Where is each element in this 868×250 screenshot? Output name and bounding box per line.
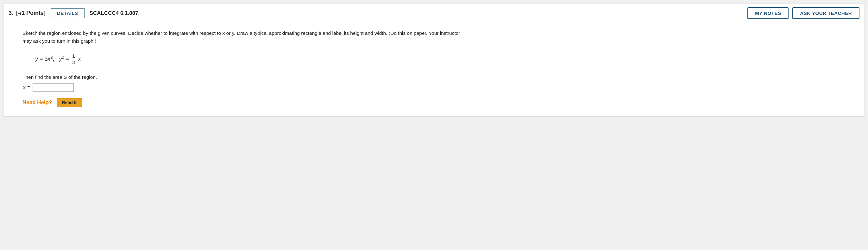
math-equation: y = 3x2, y2 = 1 3 x	[35, 53, 855, 65]
find-area-label: Then find the area S of the region.	[23, 74, 97, 80]
s-equals-row: S =	[23, 83, 855, 92]
equation-y: y	[35, 55, 38, 62]
question-code: SCALCCC4 6.1.007.	[90, 10, 140, 17]
equation-sup2: 2	[51, 55, 53, 59]
fraction-numerator: 1	[71, 53, 76, 60]
instruction-text: Sketch the region enclosed by the given …	[23, 29, 466, 45]
fraction-denominator: 3	[71, 59, 76, 65]
s-label: S =	[23, 85, 30, 90]
equation-equals1: = 3	[39, 55, 48, 62]
equation-x-final: x	[78, 55, 81, 62]
equation-y-sup2: 2	[62, 55, 64, 59]
find-area-text: Then find the area S of the region.	[23, 74, 855, 80]
need-help-row: Need Help? Read It	[23, 98, 855, 107]
equation-equals2: =	[66, 55, 71, 62]
question-card: 3. [-/1 Points] DETAILS SCALCCC4 6.1.007…	[3, 3, 865, 117]
question-header: 3. [-/1 Points] DETAILS SCALCCC4 6.1.007…	[3, 3, 865, 23]
my-notes-button[interactable]: MY NOTES	[747, 7, 788, 19]
ask-teacher-button[interactable]: ASK YOUR TEACHER	[792, 7, 860, 19]
read-it-button[interactable]: Read It	[57, 98, 82, 107]
question-num-label: 3.	[8, 10, 13, 16]
details-button[interactable]: DETAILS	[51, 8, 85, 18]
question-number: 3. [-/1 Points]	[8, 10, 45, 17]
question-body: Sketch the region enclosed by the given …	[3, 23, 865, 117]
points-label: [-/1 Points]	[16, 10, 45, 16]
need-help-label: Need Help?	[23, 99, 52, 106]
header-actions: MY NOTES ASK YOUR TEACHER	[747, 7, 860, 19]
equation-fraction: 1 3	[71, 53, 76, 65]
equation-x2: x	[48, 55, 51, 62]
equation-comma: ,	[53, 55, 55, 62]
s-answer-input[interactable]	[33, 83, 74, 92]
equation-y2: y	[59, 55, 62, 62]
